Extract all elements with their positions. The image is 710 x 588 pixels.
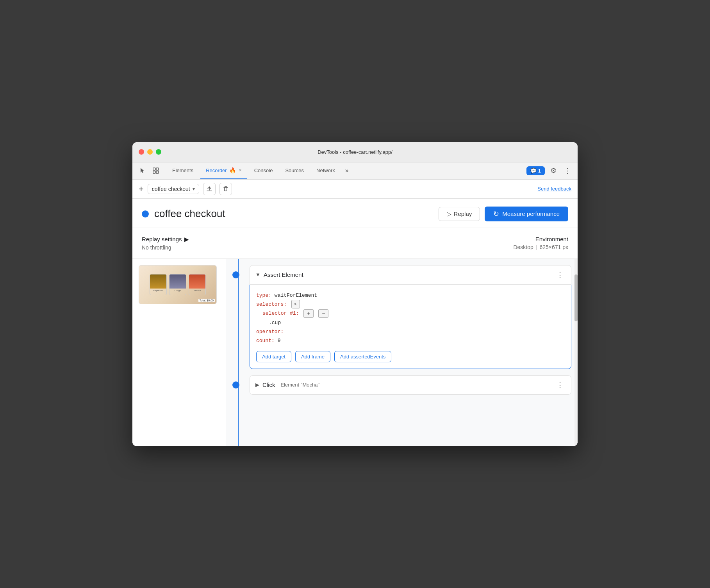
tab-actions: 💬 1 ⚙ ⋮ [526, 165, 573, 176]
thumb-item-1: Espresso [150, 274, 167, 295]
thumbnail-panel: Espresso Lungo Mocha Total: $0.00 [132, 259, 226, 446]
step-header-click[interactable]: ▶ Click Element "Mocha" ⋮ [250, 375, 571, 395]
tab-icons [137, 165, 161, 176]
operator-val: == [287, 329, 293, 335]
delete-button[interactable] [219, 183, 232, 195]
add-recording-button[interactable]: + [139, 185, 144, 193]
cup3-image [189, 274, 205, 289]
selector-num-key: selector #1: [262, 310, 299, 316]
assert-step-menu-button[interactable]: ⋮ [555, 269, 566, 280]
add-asserted-events-button[interactable]: Add assertedEvents [334, 351, 391, 362]
measure-label: Measure performance [502, 210, 560, 217]
timeline-line [238, 259, 239, 446]
svg-rect-2 [153, 171, 155, 173]
devtools-window: DevTools - coffee-cart.netlify.app/ Elem… [132, 142, 578, 446]
step-title-assert: Assert Element [264, 271, 551, 278]
export-button[interactable] [203, 183, 216, 195]
close-button[interactable] [139, 149, 144, 155]
code-selector-val-line: .cup [256, 318, 565, 327]
send-feedback-button[interactable]: Send feedback [537, 186, 571, 192]
measure-icon: ↻ [493, 210, 499, 218]
fire-icon: 🔥 [229, 167, 236, 173]
code-selector-num-line: selector #1: + − [256, 309, 565, 318]
screenshot-thumbnail[interactable]: Espresso Lungo Mocha Total: $0.00 [139, 265, 217, 304]
selectors-key: selectors: [256, 301, 287, 307]
message-badge-button[interactable]: 💬 1 [526, 166, 545, 175]
cup1-image [150, 274, 166, 289]
selector-value: .cup [269, 320, 281, 326]
cup2-label: Lungo [169, 289, 186, 292]
titlebar: DevTools - coffee-cart.netlify.app/ [132, 142, 578, 162]
settings-arrow-icon: ▶ [184, 236, 189, 243]
svg-rect-3 [156, 171, 159, 173]
scrollbar-thumb[interactable] [574, 274, 578, 321]
add-selector-button[interactable]: + [303, 309, 314, 318]
replay-button[interactable]: ▷ Replay [439, 207, 480, 221]
window-title: DevTools - coffee-cart.netlify.app/ [318, 149, 392, 155]
tab-console[interactable]: Console [249, 162, 278, 179]
recorder-header: coffee checkout ▷ Replay ↻ Measure perfo… [132, 199, 578, 228]
click-step-menu-button[interactable]: ⋮ [555, 380, 566, 390]
step-actions: Add target Add frame Add assertedEvents [256, 351, 565, 362]
step-body-assert: type: waitForElement selectors: ↖ select… [250, 285, 571, 369]
tab-recorder[interactable]: Recorder 🔥 × [200, 162, 247, 179]
click-step: ▶ Click Element "Mocha" ⋮ [250, 375, 571, 395]
tab-close-icon[interactable]: × [239, 167, 242, 173]
settings-left: Replay settings ▶ No throttling [142, 236, 513, 251]
settings-right: Environment Desktop | 625×671 px [513, 236, 568, 251]
count-key: count: [256, 338, 275, 344]
tab-elements[interactable]: Elements [167, 162, 199, 179]
step-dot-click [232, 381, 239, 388]
main-content: Espresso Lungo Mocha Total: $0.00 [132, 259, 578, 446]
settings-button[interactable]: ⚙ [548, 165, 559, 176]
assert-element-step: ▼ Assert Element ⋮ type: waitForElement … [250, 265, 571, 369]
maximize-button[interactable] [156, 149, 161, 155]
inspect-icon[interactable] [150, 165, 161, 176]
cup1-label: Espresso [150, 289, 166, 292]
more-tabs-button[interactable]: » [342, 162, 352, 179]
cup2-image [169, 274, 186, 289]
minimize-button[interactable] [147, 149, 153, 155]
selector-picker-icon[interactable]: ↖ [291, 300, 300, 308]
thumb-item-3: Mocha [189, 274, 206, 295]
cursor-icon[interactable] [137, 165, 148, 176]
tab-sources[interactable]: Sources [280, 162, 309, 179]
code-selectors-line: selectors: ↖ [256, 300, 565, 309]
step-title-click: Click [262, 381, 275, 388]
expand-icon: ▶ [255, 382, 259, 388]
throttling-value: No throttling [142, 244, 513, 251]
environment-value: Desktop | 625×671 px [513, 244, 568, 250]
tab-network[interactable]: Network [311, 162, 341, 179]
step-header-assert[interactable]: ▼ Assert Element ⋮ [250, 265, 571, 285]
remove-selector-button[interactable]: − [318, 309, 328, 318]
thumb-total: Total: $0.00 [198, 299, 215, 302]
settings-section: Replay settings ▶ No throttling Environm… [132, 228, 578, 259]
code-operator-line: operator: == [256, 327, 565, 336]
titlebar-buttons [139, 149, 161, 155]
measure-performance-button[interactable]: ↻ Measure performance [485, 207, 568, 221]
device-name: Desktop [513, 244, 533, 250]
collapse-icon: ▼ [255, 272, 260, 278]
environment-label: Environment [513, 236, 568, 242]
devtools-tabbar: Elements Recorder 🔥 × Console Sources Ne… [132, 162, 578, 180]
svg-rect-1 [156, 168, 159, 170]
timeline-panel: ▼ Assert Element ⋮ type: waitForElement … [226, 259, 578, 446]
type-val: waitForElement [275, 292, 317, 298]
type-key: type: [256, 292, 271, 298]
dropdown-arrow-icon: ▾ [193, 186, 195, 192]
code-type-line: type: waitForElement [256, 291, 565, 300]
count-val: 9 [278, 338, 281, 344]
svg-rect-0 [153, 168, 155, 170]
more-options-button[interactable]: ⋮ [562, 165, 573, 176]
screen-size: 625×671 px [539, 244, 568, 250]
recording-title: coffee checkout [154, 208, 439, 220]
cup3-label: Mocha [189, 289, 205, 292]
add-target-button[interactable]: Add target [256, 351, 291, 362]
add-frame-button[interactable]: Add frame [295, 351, 330, 362]
thumb-item-2: Lungo [169, 274, 186, 295]
scrollbar[interactable] [574, 259, 578, 446]
replay-settings-label[interactable]: Replay settings ▶ [142, 236, 513, 243]
replay-label: Replay [454, 210, 472, 217]
recording-select[interactable]: coffee checkout ▾ [148, 184, 199, 194]
recording-status-dot [142, 210, 149, 217]
